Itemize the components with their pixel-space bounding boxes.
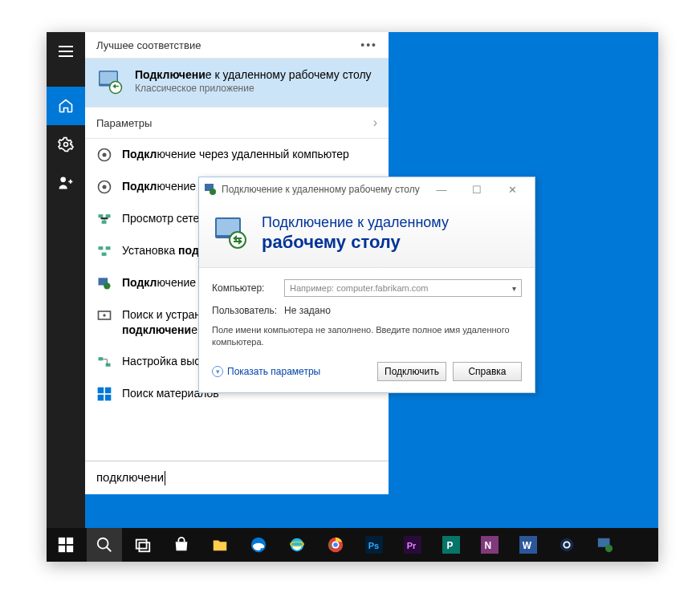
rdp-titlebar[interactable]: Подключение к удаленному рабочему столу … <box>199 177 535 201</box>
svg-rect-22 <box>105 387 112 393</box>
rdp-banner: Подключение к удаленному рабочему столу <box>199 201 535 268</box>
help-button[interactable]: Справка <box>453 362 522 381</box>
rdp-app-icon <box>96 68 125 97</box>
params-label: Параметры <box>96 117 152 129</box>
result-icon <box>96 275 112 291</box>
svg-rect-20 <box>106 363 111 366</box>
search-result[interactable]: Подключение через удаленный компьютер <box>85 139 389 171</box>
rdp-dialog: Подключение к удаленному рабочему столу … <box>198 177 535 393</box>
search-input[interactable]: подключени <box>96 470 377 485</box>
search-box[interactable]: подключени <box>85 461 389 494</box>
taskbar-edge[interactable] <box>241 528 276 562</box>
svg-point-53 <box>560 538 574 552</box>
taskbar-store[interactable] <box>164 528 199 562</box>
chevron-down-icon: ▾ <box>512 284 516 293</box>
best-match-item[interactable]: Подключение к удаленному рабочему столу … <box>85 58 389 108</box>
taskbar-chrome[interactable] <box>318 528 353 562</box>
svg-rect-13 <box>106 246 111 250</box>
best-match-label: Лучшее соответствие <box>96 39 201 51</box>
svg-point-26 <box>210 189 216 195</box>
svg-text:N: N <box>485 540 492 551</box>
svg-point-56 <box>605 545 612 552</box>
taskbar-app14[interactable] <box>549 528 584 562</box>
params-header[interactable]: Параметры › <box>85 108 389 139</box>
connect-button[interactable]: Подключить <box>377 362 446 381</box>
svg-point-29 <box>230 232 246 248</box>
svg-point-34 <box>98 538 108 549</box>
result-icon <box>96 243 112 259</box>
rdp-banner-line2: рабочему столу <box>262 232 449 253</box>
svg-rect-33 <box>67 546 73 552</box>
svg-text:Pr: Pr <box>407 541 417 550</box>
taskbar-rdp[interactable] <box>588 528 623 562</box>
svg-rect-35 <box>136 540 147 549</box>
computer-label: Компьютер: <box>212 282 276 294</box>
chevron-right-icon: › <box>373 116 377 130</box>
more-icon[interactable]: ••• <box>360 39 377 51</box>
best-match-subtitle: Классическое приложение <box>135 83 372 94</box>
svg-point-42 <box>333 542 338 547</box>
rdp-titlebar-icon <box>204 183 217 196</box>
result-text: Подключение через удаленный компьютер <box>122 147 349 162</box>
user-button[interactable] <box>47 164 85 202</box>
rdp-title: Подключение к удаленному рабочему столу <box>222 184 424 195</box>
computer-combo[interactable]: Например: computer.fabrikam.com ▾ <box>284 279 522 297</box>
taskbar-taskview[interactable] <box>125 528 161 562</box>
svg-rect-36 <box>139 542 149 551</box>
svg-rect-31 <box>67 538 73 544</box>
rdp-banner-line1: Подключение к удаленному <box>262 214 449 232</box>
svg-point-0 <box>64 143 68 147</box>
menu-button[interactable] <box>47 32 85 71</box>
taskbar-explorer[interactable] <box>202 528 238 562</box>
taskbar-search[interactable] <box>87 528 122 562</box>
svg-point-18 <box>103 314 105 316</box>
result-icon <box>96 179 112 195</box>
svg-text:Ps: Ps <box>368 541 379 550</box>
close-button[interactable]: ✕ <box>494 177 530 201</box>
result-icon <box>96 211 112 227</box>
desktop: Лучшее соответствие ••• Подключение к уд… <box>47 32 658 562</box>
result-icon <box>96 147 112 163</box>
taskbar-ie[interactable] <box>279 528 315 562</box>
result-icon <box>96 386 112 402</box>
taskbar-onenote[interactable]: N <box>472 528 507 562</box>
minimize-button[interactable]: — <box>424 177 459 201</box>
settings-button[interactable] <box>47 125 85 164</box>
taskbar-word[interactable]: W <box>511 528 546 562</box>
start-sidebar <box>47 32 85 528</box>
user-value: Не задано <box>284 305 331 316</box>
svg-rect-10 <box>106 214 111 217</box>
taskbar-premiere[interactable]: Pr <box>395 528 430 562</box>
taskbar-photoshop[interactable]: Ps <box>356 528 392 562</box>
svg-rect-19 <box>99 357 104 360</box>
svg-point-8 <box>103 185 107 189</box>
taskbar-start[interactable] <box>48 528 83 562</box>
home-button[interactable] <box>47 87 85 125</box>
show-params-link[interactable]: ▾ Показать параметры <box>212 366 371 377</box>
maximize-button[interactable]: ☐ <box>459 177 494 201</box>
svg-rect-21 <box>98 387 104 393</box>
taskbar-publisher[interactable]: P <box>433 528 469 562</box>
svg-text:W: W <box>523 540 532 551</box>
rdp-hint: Поле имени компьютера не заполнено. Введ… <box>212 324 522 349</box>
result-icon <box>96 307 112 323</box>
result-icon <box>96 354 112 370</box>
taskbar: Ps Pr P N W <box>47 528 658 562</box>
svg-rect-14 <box>102 253 107 256</box>
svg-point-1 <box>60 177 66 183</box>
best-match-title: Подключение к удаленному рабочему столу <box>135 68 372 81</box>
svg-point-16 <box>104 282 110 289</box>
svg-rect-9 <box>99 214 104 217</box>
svg-point-6 <box>103 153 107 157</box>
svg-text:P: P <box>447 540 454 551</box>
computer-placeholder: Например: computer.fabrikam.com <box>290 283 429 293</box>
svg-rect-11 <box>102 221 107 224</box>
svg-rect-24 <box>105 395 112 401</box>
user-label: Пользователь: <box>212 305 276 316</box>
best-match-header: Лучшее соответствие ••• <box>85 32 389 58</box>
svg-rect-30 <box>59 538 65 544</box>
svg-rect-23 <box>98 395 104 401</box>
svg-rect-12 <box>99 246 104 250</box>
expand-icon: ▾ <box>212 366 223 377</box>
rdp-banner-icon <box>212 214 250 253</box>
